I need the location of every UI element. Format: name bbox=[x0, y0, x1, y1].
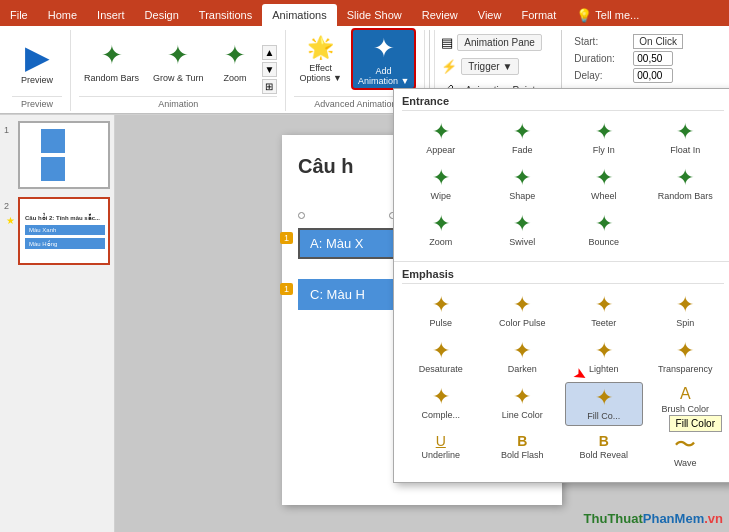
fade-label: Fade bbox=[512, 145, 533, 155]
tab-format[interactable]: Format bbox=[511, 4, 566, 26]
zoom-dropdown-icon: ✦ bbox=[432, 213, 450, 235]
preview-button[interactable]: ▶ Preview bbox=[12, 32, 62, 94]
random-bars-label: Random Bars bbox=[84, 73, 139, 83]
slide-1-thumb[interactable] bbox=[18, 121, 110, 189]
wave-label: Wave bbox=[674, 458, 697, 468]
tab-slideshow[interactable]: Slide Show bbox=[337, 4, 412, 26]
wave-item[interactable]: 〜 Wave bbox=[647, 430, 725, 472]
random-bars-dropdown-icon: ✦ bbox=[676, 167, 694, 189]
color-pulse-item[interactable]: ✦ Color Pulse bbox=[484, 290, 562, 332]
animation-pane-button[interactable]: Animation Pane bbox=[457, 34, 542, 51]
slide-2-answer1-preview: Màu Xanh bbox=[25, 225, 105, 235]
desaturate-label: Desaturate bbox=[419, 364, 463, 374]
underline-label: Underline bbox=[421, 450, 460, 460]
appear-icon: ✦ bbox=[432, 121, 450, 143]
transparency-item[interactable]: ✦ Transparency bbox=[647, 336, 725, 378]
slide-2-thumb[interactable]: Câu hỏi 2: Tính màu sắc... Màu Xanh Màu … bbox=[18, 197, 110, 265]
complement-icon: ✦ bbox=[432, 386, 450, 408]
random-bars-dropdown-item[interactable]: ✦ Random Bars bbox=[647, 163, 725, 205]
underline-item[interactable]: U Underline bbox=[402, 430, 480, 472]
bounce-item[interactable]: ✦ Bounce bbox=[565, 209, 643, 251]
teeter-item[interactable]: ✦ Teeter bbox=[565, 290, 643, 332]
float-in-item[interactable]: ✦ Float In bbox=[647, 117, 725, 159]
fade-icon: ✦ bbox=[513, 121, 531, 143]
grow-turn-button[interactable]: ✦ Grow & Turn bbox=[148, 28, 209, 94]
tab-file[interactable]: File bbox=[0, 4, 38, 26]
start-value[interactable]: On Click bbox=[633, 34, 683, 49]
tab-tell-me[interactable]: 💡Tell me... bbox=[566, 4, 649, 26]
watermark-mem: Mem bbox=[675, 511, 705, 526]
slide-2-answer2-preview: Màu Hồng bbox=[25, 238, 105, 249]
bold-flash-item[interactable]: B Bold Flash bbox=[484, 430, 562, 472]
slide-1-number: 1 bbox=[4, 125, 9, 135]
blue-square-3 bbox=[41, 157, 65, 181]
fly-in-item[interactable]: ✦ Fly In bbox=[565, 117, 643, 159]
fly-in-label: Fly In bbox=[593, 145, 615, 155]
bold-flash-label: Bold Flash bbox=[501, 450, 544, 460]
slide-2-container: 2 ★ Câu hỏi 2: Tính màu sắc... Màu Xanh … bbox=[4, 197, 110, 265]
pulse-icon: ✦ bbox=[432, 294, 450, 316]
appear-label: Appear bbox=[426, 145, 455, 155]
emphasis-grid-2: U Underline B Bold Flash B Bold Reveal 〜… bbox=[402, 430, 724, 472]
fill-color-item[interactable]: ✦ Fill Co... ➤ bbox=[565, 382, 643, 426]
tab-insert[interactable]: Insert bbox=[87, 4, 135, 26]
darken-item[interactable]: ✦ Darken bbox=[484, 336, 562, 378]
delay-input[interactable]: 00,00 bbox=[633, 68, 673, 83]
fade-item[interactable]: ✦ Fade bbox=[484, 117, 562, 159]
scroll-up-button[interactable]: ▲ bbox=[262, 45, 278, 60]
zoom-button[interactable]: ✦ Zoom bbox=[213, 28, 258, 94]
tab-view[interactable]: View bbox=[468, 4, 512, 26]
emphasis-grid: ✦ Pulse ✦ Color Pulse ✦ Teeter ✦ Spin ✦ … bbox=[402, 290, 724, 426]
bold-flash-icon: B bbox=[517, 434, 527, 448]
tab-review[interactable]: Review bbox=[412, 4, 468, 26]
desaturate-item[interactable]: ✦ Desaturate bbox=[402, 336, 480, 378]
animation-pane-icon: ▤ bbox=[441, 35, 453, 50]
entrance-section: Entrance ✦ Appear ✦ Fade ✦ Fly In ✦ Floa… bbox=[394, 89, 729, 261]
entrance-grid: ✦ Appear ✦ Fade ✦ Fly In ✦ Float In ✦ Wi… bbox=[402, 117, 724, 251]
zoom-dropdown-item[interactable]: ✦ Zoom bbox=[402, 209, 480, 251]
effect-options-button[interactable]: 🌟 EffectOptions ▼ bbox=[294, 34, 346, 84]
watermark-phan: Phan bbox=[643, 511, 675, 526]
random-bars-button[interactable]: ✦ Random Bars bbox=[79, 28, 144, 94]
add-animation-button[interactable]: ✦ AddAnimation ▼ bbox=[351, 28, 416, 90]
duration-input[interactable]: 00,50 bbox=[633, 51, 673, 66]
swivel-icon: ✦ bbox=[513, 213, 531, 235]
appear-item[interactable]: ✦ Appear bbox=[402, 117, 480, 159]
complement-item[interactable]: ✦ Comple... bbox=[402, 382, 480, 426]
bold-reveal-item[interactable]: B Bold Reveal bbox=[565, 430, 643, 472]
pulse-item[interactable]: ✦ Pulse bbox=[402, 290, 480, 332]
wheel-item[interactable]: ✦ Wheel bbox=[565, 163, 643, 205]
tab-design[interactable]: Design bbox=[135, 4, 189, 26]
start-label: Start: bbox=[574, 36, 629, 47]
effect-options-icon: 🌟 bbox=[307, 35, 334, 61]
wipe-item[interactable]: ✦ Wipe bbox=[402, 163, 480, 205]
tab-transitions[interactable]: Transitions bbox=[189, 4, 262, 26]
wipe-label: Wipe bbox=[430, 191, 451, 201]
darken-label: Darken bbox=[508, 364, 537, 374]
tab-home[interactable]: Home bbox=[38, 4, 87, 26]
swivel-label: Swivel bbox=[509, 237, 535, 247]
handle-tl[interactable] bbox=[298, 212, 305, 219]
ribbon-tab-bar: File Home Insert Design Transitions Anim… bbox=[0, 0, 729, 26]
line-color-label: Line Color bbox=[502, 410, 543, 420]
shape-item[interactable]: ✦ Shape bbox=[484, 163, 562, 205]
expand-button[interactable]: ⊞ bbox=[262, 79, 278, 94]
spin-item[interactable]: ✦ Spin bbox=[647, 290, 725, 332]
zoom-dropdown-label: Zoom bbox=[429, 237, 452, 247]
tab-animations[interactable]: Animations bbox=[262, 4, 336, 26]
underline-icon: U bbox=[436, 434, 446, 448]
scroll-down-button[interactable]: ▼ bbox=[262, 62, 278, 77]
teeter-icon: ✦ bbox=[595, 294, 613, 316]
line-color-icon: ✦ bbox=[513, 386, 531, 408]
line-color-item[interactable]: ✦ Line Color bbox=[484, 382, 562, 426]
answer-a-handles bbox=[298, 212, 396, 219]
fly-in-icon: ✦ bbox=[595, 121, 613, 143]
delay-label: Delay: bbox=[574, 70, 629, 81]
fill-color-label: Fill Co... bbox=[587, 411, 620, 421]
slide-1-container: 1 bbox=[4, 121, 110, 189]
swivel-item[interactable]: ✦ Swivel bbox=[484, 209, 562, 251]
shape-label: Shape bbox=[509, 191, 535, 201]
trigger-button[interactable]: Trigger ▼ bbox=[461, 58, 519, 75]
add-animation-icon: ✦ bbox=[373, 33, 395, 64]
watermark: ThuThuatPhanMem.vn bbox=[584, 511, 723, 526]
